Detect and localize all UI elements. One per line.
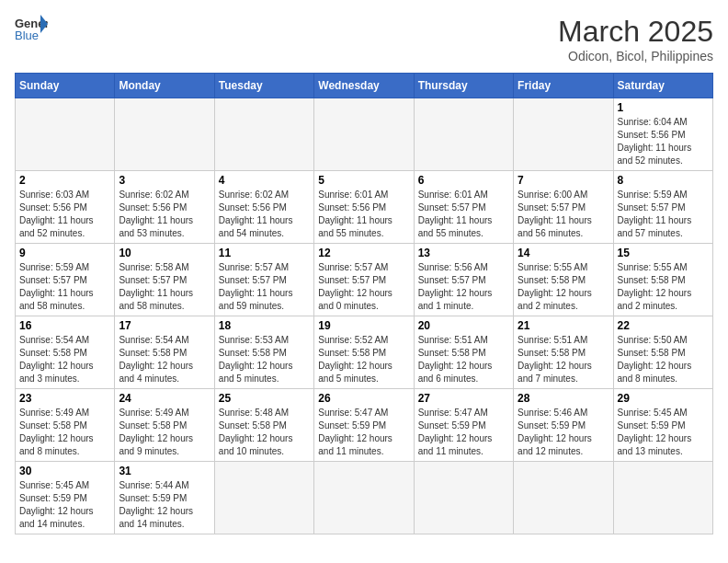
day-number: 24 (119, 392, 210, 405)
calendar-cell: 20Sunrise: 5:51 AMSunset: 5:58 PMDayligh… (414, 316, 513, 389)
day-info: Sunrise: 5:50 AMSunset: 5:58 PMDaylight:… (618, 334, 709, 385)
day-info: Sunrise: 5:45 AMSunset: 5:59 PMDaylight:… (618, 407, 709, 458)
day-number: 20 (418, 319, 509, 332)
calendar-cell (414, 462, 513, 534)
day-info: Sunrise: 5:54 AMSunset: 5:58 PMDaylight:… (19, 334, 110, 385)
day-number: 19 (318, 319, 409, 332)
calendar-cell: 13Sunrise: 5:56 AMSunset: 5:57 PMDayligh… (414, 244, 513, 316)
day-number: 5 (318, 174, 409, 187)
day-info: Sunrise: 5:45 AMSunset: 5:59 PMDaylight:… (19, 479, 110, 531)
day-info: Sunrise: 5:47 AMSunset: 5:59 PMDaylight:… (318, 407, 409, 458)
day-number: 16 (19, 319, 110, 332)
day-number: 21 (518, 319, 609, 332)
day-info: Sunrise: 5:57 AMSunset: 5:57 PMDaylight:… (219, 261, 310, 313)
day-info: Sunrise: 5:57 AMSunset: 5:57 PMDaylight:… (318, 261, 409, 313)
day-number: 25 (219, 392, 310, 405)
day-info: Sunrise: 5:53 AMSunset: 5:58 PMDaylight:… (219, 334, 310, 385)
calendar-cell (613, 462, 712, 534)
day-info: Sunrise: 5:49 AMSunset: 5:58 PMDaylight:… (19, 407, 110, 458)
calendar-cell (314, 98, 414, 171)
calendar-week-row: 2Sunrise: 6:03 AMSunset: 5:56 PMDaylight… (16, 171, 713, 244)
weekday-wednesday: Wednesday (314, 74, 414, 98)
calendar-cell: 19Sunrise: 5:52 AMSunset: 5:58 PMDayligh… (314, 316, 414, 389)
day-number: 18 (219, 319, 310, 332)
calendar-cell: 3Sunrise: 6:02 AMSunset: 5:56 PMDaylight… (115, 171, 214, 244)
day-info: Sunrise: 5:44 AMSunset: 5:59 PMDaylight:… (119, 479, 210, 531)
weekday-saturday: Saturday (613, 74, 712, 98)
calendar-cell: 25Sunrise: 5:48 AMSunset: 5:58 PMDayligh… (214, 389, 313, 462)
title-block: March 2025 Odicon, Bicol, Philippines (558, 15, 713, 63)
logo: General Blue (15, 15, 48, 42)
day-number: 27 (418, 392, 509, 405)
calendar-cell: 18Sunrise: 5:53 AMSunset: 5:58 PMDayligh… (214, 316, 313, 389)
weekday-monday: Monday (115, 74, 214, 98)
weekday-thursday: Thursday (414, 74, 513, 98)
calendar-week-row: 30Sunrise: 5:45 AMSunset: 5:59 PMDayligh… (16, 462, 713, 534)
calendar-cell: 15Sunrise: 5:55 AMSunset: 5:58 PMDayligh… (613, 244, 712, 316)
day-number: 14 (518, 247, 609, 259)
weekday-tuesday: Tuesday (214, 74, 313, 98)
day-number: 23 (19, 392, 110, 405)
calendar-cell: 23Sunrise: 5:49 AMSunset: 5:58 PMDayligh… (16, 389, 115, 462)
calendar-cell: 11Sunrise: 5:57 AMSunset: 5:57 PMDayligh… (214, 244, 313, 316)
calendar-week-row: 23Sunrise: 5:49 AMSunset: 5:58 PMDayligh… (16, 389, 713, 462)
day-number: 26 (318, 392, 409, 405)
calendar-cell (214, 98, 313, 171)
day-number: 13 (418, 247, 509, 259)
day-number: 29 (618, 392, 709, 405)
calendar-cell: 21Sunrise: 5:51 AMSunset: 5:58 PMDayligh… (514, 316, 613, 389)
day-info: Sunrise: 6:00 AMSunset: 5:57 PMDaylight:… (518, 189, 609, 240)
calendar-week-row: 16Sunrise: 5:54 AMSunset: 5:58 PMDayligh… (16, 316, 713, 389)
calendar-cell: 4Sunrise: 6:02 AMSunset: 5:56 PMDaylight… (214, 171, 313, 244)
day-info: Sunrise: 5:59 AMSunset: 5:57 PMDaylight:… (19, 261, 110, 313)
svg-text:Blue: Blue (15, 29, 39, 42)
calendar-week-row: 1Sunrise: 6:04 AMSunset: 5:56 PMDaylight… (16, 98, 713, 171)
day-info: Sunrise: 6:03 AMSunset: 5:56 PMDaylight:… (19, 189, 110, 240)
day-info: Sunrise: 5:55 AMSunset: 5:58 PMDaylight:… (618, 261, 709, 313)
calendar-cell (16, 98, 115, 171)
day-info: Sunrise: 5:49 AMSunset: 5:58 PMDaylight:… (119, 407, 210, 458)
day-info: Sunrise: 5:47 AMSunset: 5:59 PMDaylight:… (418, 407, 509, 458)
calendar-cell: 16Sunrise: 5:54 AMSunset: 5:58 PMDayligh… (16, 316, 115, 389)
calendar-cell: 27Sunrise: 5:47 AMSunset: 5:59 PMDayligh… (414, 389, 513, 462)
month-year: March 2025 (558, 15, 713, 49)
day-number: 8 (618, 174, 709, 187)
day-number: 2 (19, 174, 110, 187)
calendar-cell (214, 462, 313, 534)
day-info: Sunrise: 6:04 AMSunset: 5:56 PMDaylight:… (618, 116, 709, 167)
day-number: 22 (618, 319, 709, 332)
day-number: 12 (318, 247, 409, 259)
calendar-cell: 26Sunrise: 5:47 AMSunset: 5:59 PMDayligh… (314, 389, 414, 462)
day-number: 17 (119, 319, 210, 332)
day-info: Sunrise: 5:58 AMSunset: 5:57 PMDaylight:… (119, 261, 210, 313)
calendar-cell: 30Sunrise: 5:45 AMSunset: 5:59 PMDayligh… (16, 462, 115, 534)
day-number: 28 (518, 392, 609, 405)
day-info: Sunrise: 6:01 AMSunset: 5:57 PMDaylight:… (418, 189, 509, 240)
day-info: Sunrise: 5:56 AMSunset: 5:57 PMDaylight:… (418, 261, 509, 313)
day-info: Sunrise: 6:02 AMSunset: 5:56 PMDaylight:… (119, 189, 210, 240)
calendar-table: SundayMondayTuesdayWednesdayThursdayFrid… (15, 73, 713, 534)
calendar-cell: 17Sunrise: 5:54 AMSunset: 5:58 PMDayligh… (115, 316, 214, 389)
day-number: 10 (119, 247, 210, 259)
day-info: Sunrise: 5:46 AMSunset: 5:59 PMDaylight:… (518, 407, 609, 458)
calendar-cell (115, 98, 214, 171)
calendar-cell: 24Sunrise: 5:49 AMSunset: 5:58 PMDayligh… (115, 389, 214, 462)
day-number: 30 (19, 465, 110, 477)
day-info: Sunrise: 5:52 AMSunset: 5:58 PMDaylight:… (318, 334, 409, 385)
calendar-cell: 22Sunrise: 5:50 AMSunset: 5:58 PMDayligh… (613, 316, 712, 389)
calendar-cell: 31Sunrise: 5:44 AMSunset: 5:59 PMDayligh… (115, 462, 214, 534)
day-number: 31 (119, 465, 210, 477)
day-info: Sunrise: 5:51 AMSunset: 5:58 PMDaylight:… (518, 334, 609, 385)
day-number: 3 (119, 174, 210, 187)
day-number: 6 (418, 174, 509, 187)
day-number: 15 (618, 247, 709, 259)
calendar-cell: 5Sunrise: 6:01 AMSunset: 5:56 PMDaylight… (314, 171, 414, 244)
day-info: Sunrise: 6:01 AMSunset: 5:56 PMDaylight:… (318, 189, 409, 240)
logo-icon: General Blue (15, 15, 48, 42)
calendar-cell (414, 98, 513, 171)
weekday-friday: Friday (514, 74, 613, 98)
calendar-cell (514, 98, 613, 171)
calendar-cell (314, 462, 414, 534)
calendar-cell: 10Sunrise: 5:58 AMSunset: 5:57 PMDayligh… (115, 244, 214, 316)
calendar-cell: 7Sunrise: 6:00 AMSunset: 5:57 PMDaylight… (514, 171, 613, 244)
